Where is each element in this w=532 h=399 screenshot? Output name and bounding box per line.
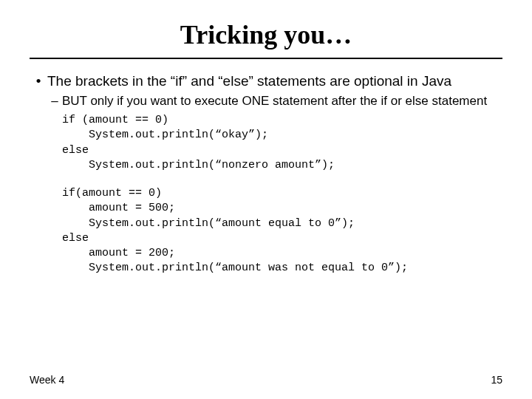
slide-footer: Week 4 15 <box>30 374 502 386</box>
bullet-level-2: – BUT only if you want to execute ONE st… <box>47 93 502 109</box>
title-rule <box>30 58 502 59</box>
code-block-2: if(amount == 0) amount = 500; System.out… <box>62 186 502 276</box>
bullet-dot-icon: • <box>30 72 47 90</box>
bullet-dash-icon: – <box>47 93 62 109</box>
code-block-1: if (amount == 0) System.out.println(“oka… <box>62 113 502 173</box>
subbullet-text: BUT only if you want to execute ONE stat… <box>62 93 502 109</box>
bullet-level-1: • The brackets in the “if” and “else” st… <box>30 72 502 90</box>
footer-left: Week 4 <box>30 374 64 386</box>
slide: Tricking you… • The brackets in the “if”… <box>0 0 532 399</box>
bullet-text: The brackets in the “if” and “else” stat… <box>47 72 502 90</box>
slide-title: Tricking you… <box>30 19 502 50</box>
footer-page-number: 15 <box>491 374 502 386</box>
